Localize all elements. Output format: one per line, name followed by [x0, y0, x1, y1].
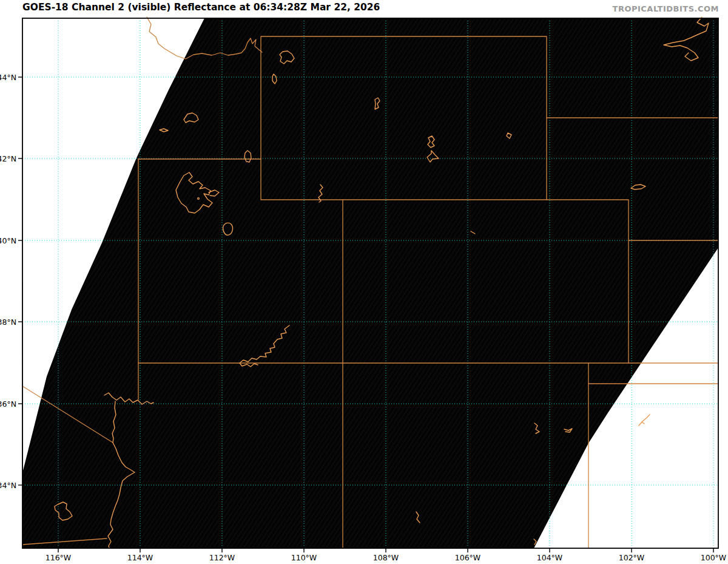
lat-tick-label: 42°N — [0, 154, 16, 163]
lon-tick-label: 106°W — [455, 553, 480, 562]
lon-tick-label: 108°W — [373, 553, 399, 562]
lon-tick-label: 114°W — [127, 553, 153, 562]
lon-tick-label: 100°W — [701, 553, 726, 562]
lon-tick-label: 102°W — [619, 553, 644, 562]
lat-tick-label: 40°N — [0, 236, 16, 245]
lat-tick-label: 44°N — [0, 73, 16, 82]
goes-satellite-page: { "header": { "title": "GOES-18 Channel … — [0, 0, 728, 564]
satellite-map: 44°N 42°N 40°N 38°N 36°N 34°N 116°W 114°… — [0, 0, 728, 564]
lat-tick-label: 38°N — [0, 318, 16, 327]
lon-tick-label: 112°W — [209, 553, 235, 562]
lon-tick-label: 116°W — [46, 553, 71, 562]
lat-tick-label: 36°N — [0, 399, 16, 409]
lon-tick-label: 110°W — [291, 553, 317, 562]
lat-tick-label: 34°N — [0, 481, 16, 490]
lon-tick-label: 104°W — [537, 553, 562, 562]
